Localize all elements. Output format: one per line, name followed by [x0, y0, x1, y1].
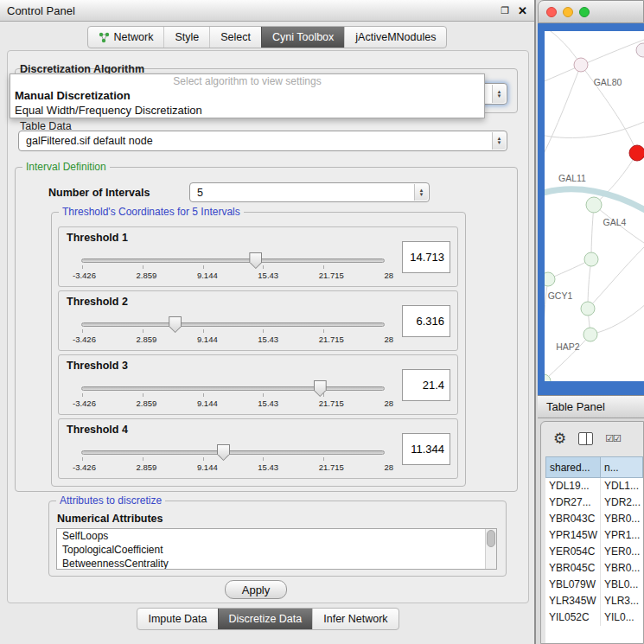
gear-icon[interactable]: ⚙: [553, 431, 566, 446]
table-row[interactable]: YPR145W YPR1...: [545, 527, 643, 544]
stepper-down-icon: ▼: [497, 94, 502, 99]
cell-name[interactable]: YPR1...: [601, 527, 643, 544]
select-columns-icon[interactable]: ☑☑: [605, 433, 621, 444]
dropdown-option-manual-discretization[interactable]: Manual Discretization: [10, 88, 484, 103]
tick-label: 21.715: [319, 271, 344, 280]
threshold-3-label: Threshold 3: [67, 360, 128, 372]
stepper-down-icon: ▼: [419, 193, 424, 197]
cell-shared-name[interactable]: YBR043C: [545, 511, 601, 527]
columns-icon[interactable]: [578, 432, 593, 445]
table-row[interactable]: YDL19... YDL1...: [545, 478, 643, 494]
network-node[interactable]: [586, 197, 602, 213]
node-label: HAP2: [556, 341, 580, 352]
tick-label: 21.715: [319, 399, 344, 408]
threshold-2-slider[interactable]: [81, 322, 385, 327]
cell-shared-name[interactable]: YER054C: [545, 544, 601, 560]
close-traffic-light[interactable]: [546, 7, 557, 17]
float-window-icon[interactable]: ❐: [501, 5, 509, 16]
tick-label: -3.426: [73, 462, 96, 472]
table-row[interactable]: YER054C YER0...: [545, 544, 643, 560]
cell-name[interactable]: YDL1...: [601, 478, 643, 494]
network-node[interactable]: [545, 272, 555, 286]
network-node[interactable]: [574, 58, 588, 72]
cell-name[interactable]: YBL0...: [601, 577, 643, 593]
tab-discretize-data[interactable]: Discretize Data: [218, 609, 313, 629]
network-node[interactable]: [636, 43, 644, 57]
list-item-betweennesscentrality[interactable]: BetweennessCentrality: [57, 557, 496, 570]
panel-title: Control Panel: [7, 4, 75, 17]
table-row[interactable]: YIL052C YIL0...: [545, 609, 643, 626]
cell-name[interactable]: YLR3...: [601, 593, 643, 609]
cell-shared-name[interactable]: YBR045C: [545, 560, 601, 577]
table-panel: ⚙ ☑☑ shared... n... YDL19... YDL1... YDR…: [540, 421, 644, 644]
node-label: GAL80: [594, 77, 622, 87]
list-item-selfloops[interactable]: SelfLoops: [57, 529, 496, 543]
scrollbar-thumb[interactable]: [487, 530, 495, 547]
network-node[interactable]: [583, 328, 597, 341]
threshold-2-value-field[interactable]: [402, 305, 450, 337]
number-of-intervals-value: 5: [197, 183, 408, 203]
cell-name[interactable]: YIL0...: [601, 609, 643, 626]
tab-cyni-toolbox[interactable]: Cyni Toolbox: [261, 27, 344, 48]
cell-shared-name[interactable]: YIL052C: [545, 609, 601, 626]
threshold-4-value-field[interactable]: [402, 433, 450, 465]
network-canvas[interactable]: GAL80 GAL11 GAL4 GCY1 HAP2: [545, 31, 644, 381]
stepper-down-icon: ▼: [497, 141, 502, 145]
table-row[interactable]: YDR27... YDR2...: [545, 494, 643, 511]
table-row[interactable]: YBR045C YBR0...: [545, 560, 643, 577]
table-row[interactable]: YBR043C YBR0...: [545, 511, 643, 527]
attributes-list: SelfLoops TopologicalCoefficient Between…: [56, 528, 497, 570]
threshold-4-group: Threshold 4 -3.426 2.859 9.144 15.43 21.…: [58, 418, 458, 479]
cell-shared-name[interactable]: YLR345W: [545, 593, 601, 609]
network-window: GAL80 GAL11 GAL4 GCY1 HAP2: [538, 0, 644, 395]
slider-tick-labels: -3.426 2.859 9.144 15.43 21.715 28: [73, 462, 393, 472]
table-header-row: shared... n...: [545, 456, 643, 478]
list-scrollbar[interactable]: [485, 529, 496, 569]
minimize-traffic-light[interactable]: [563, 7, 573, 17]
cell-shared-name[interactable]: YDR27...: [545, 494, 601, 511]
tab-style[interactable]: Style: [163, 27, 209, 48]
network-node[interactable]: [581, 302, 595, 316]
close-icon[interactable]: ✕: [518, 4, 527, 17]
node-label: GAL11: [558, 173, 586, 183]
cell-shared-name[interactable]: YBL079W: [545, 577, 601, 593]
network-node-selected[interactable]: [629, 145, 644, 161]
table-data-combobox[interactable]: galFiltered.sif default node ▲ ▼: [18, 131, 507, 151]
network-window-titlebar: [538, 0, 644, 23]
tab-network[interactable]: Network: [88, 27, 164, 48]
number-of-intervals-combobox[interactable]: 5 ▲ ▼: [189, 182, 430, 202]
threshold-1-value-field[interactable]: [402, 241, 450, 273]
column-header-shared-name[interactable]: shared...: [545, 456, 601, 478]
combobox-stepper-icon: ▲ ▼: [492, 85, 506, 103]
zoom-traffic-light[interactable]: [579, 7, 590, 17]
table-panel-header[interactable]: Table Panel: [538, 395, 644, 418]
threshold-1-slider[interactable]: [81, 258, 385, 263]
tick-label: 2.859: [137, 399, 157, 408]
tick-label: 28: [384, 399, 393, 408]
threshold-3-slider[interactable]: [81, 386, 385, 391]
cell-name[interactable]: YDR2...: [601, 494, 643, 511]
table-panel-title: Table Panel: [546, 400, 605, 413]
apply-button[interactable]: Apply: [225, 580, 287, 599]
list-item-topologicalcoefficient[interactable]: TopologicalCoefficient: [57, 543, 496, 557]
tab-impute-data[interactable]: Impute Data: [137, 609, 217, 629]
network-node[interactable]: [584, 252, 598, 266]
bottom-tab-bar: Impute Data Discretize Data Infer Networ…: [0, 608, 536, 630]
tab-infer-network[interactable]: Infer Network: [312, 609, 398, 629]
threshold-3-value-field[interactable]: [402, 369, 450, 401]
cell-name[interactable]: YER0...: [601, 544, 643, 560]
tab-jactivemodules[interactable]: jActiveMNodules: [344, 27, 446, 48]
table-row[interactable]: YLR345W YLR3...: [545, 593, 643, 609]
table-row[interactable]: YBL079W YBL0...: [545, 577, 643, 593]
cell-shared-name[interactable]: YPR145W: [545, 527, 601, 544]
cell-shared-name[interactable]: YDL19...: [545, 478, 601, 494]
cell-name[interactable]: YBR0...: [601, 560, 643, 577]
tab-select[interactable]: Select: [209, 27, 261, 48]
attributes-group-title: Attributes to discretize: [56, 494, 165, 507]
dropdown-option-equal-width-frequency[interactable]: Equal Width/Frequency Discretization: [10, 103, 484, 118]
cell-name[interactable]: YBR0...: [601, 511, 643, 527]
control-panel: Control Panel ❐ ✕ Network: [0, 0, 536, 644]
column-header-name[interactable]: n...: [601, 456, 643, 478]
threshold-4-slider[interactable]: [81, 450, 385, 455]
tick-label: -3.426: [73, 271, 96, 280]
